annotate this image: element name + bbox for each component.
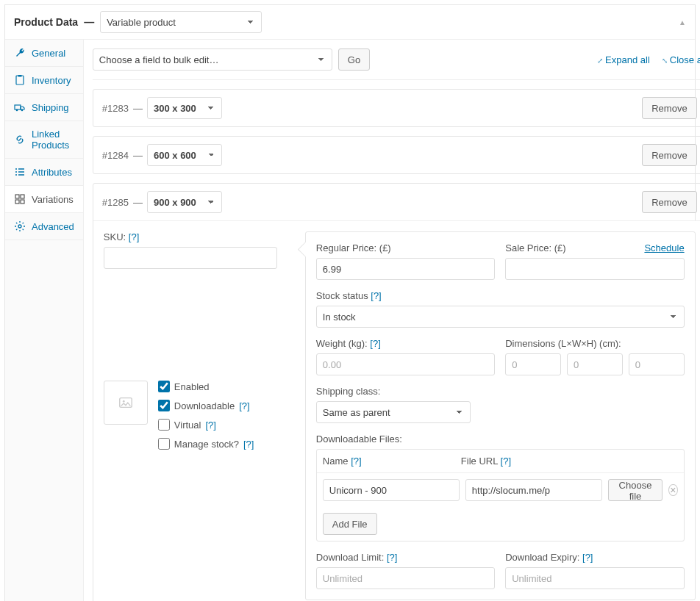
tab-shipping[interactable]: Shipping: [5, 94, 83, 121]
help-icon[interactable]: [?]: [205, 420, 215, 431]
svg-rect-1: [18, 75, 22, 77]
help-icon[interactable]: [?]: [371, 290, 381, 301]
tab-general[interactable]: General: [5, 40, 83, 67]
help-icon[interactable]: [?]: [129, 231, 139, 242]
sale-price-input[interactable]: [505, 258, 684, 280]
close-all-link[interactable]: ⤡Close all: [662, 54, 700, 65]
sale-price-label: Sale Price: (£) Schedule: [505, 242, 684, 253]
width-input[interactable]: [567, 353, 623, 375]
product-data-panel: Product Data — Variable product ▲ Genera…: [4, 4, 696, 601]
virtual-label: Virtual: [174, 420, 201, 431]
file-url-header: File URL [?]: [461, 456, 593, 467]
help-icon[interactable]: [?]: [243, 439, 254, 450]
variation-id: #1285: [102, 197, 129, 208]
length-input[interactable]: [505, 353, 561, 375]
tab-label: Attributes: [32, 167, 72, 178]
bulk-edit-select[interactable]: Choose a field to bulk edit…: [93, 48, 332, 71]
help-icon[interactable]: [?]: [582, 552, 593, 563]
manage-stock-checkbox-row[interactable]: Manage stock? [?]: [158, 438, 254, 450]
file-name-input[interactable]: [323, 479, 460, 501]
virtual-checkbox-row[interactable]: Virtual [?]: [158, 419, 254, 431]
variation-header[interactable]: #1283 — 300 x 300 Remove: [93, 90, 700, 126]
schedule-link[interactable]: Schedule: [644, 242, 684, 253]
go-button[interactable]: Go: [338, 48, 370, 71]
manage-stock-checkbox[interactable]: [158, 438, 170, 450]
downloadable-files-label: Downloadable Files:: [316, 433, 685, 445]
remove-button[interactable]: Remove: [642, 144, 696, 166]
regular-price-input[interactable]: [316, 258, 495, 280]
manage-stock-label: Manage stock?: [174, 439, 239, 450]
tab-label: Inventory: [32, 75, 71, 86]
enabled-checkbox-row[interactable]: Enabled: [158, 381, 254, 392]
height-input[interactable]: [629, 353, 685, 375]
expand-icon: ⤢: [597, 57, 603, 65]
stock-status-select[interactable]: In stock: [316, 306, 685, 328]
tab-inventory[interactable]: Inventory: [5, 67, 83, 94]
enabled-checkbox[interactable]: [158, 381, 170, 392]
downloadable-label: Downloadable: [174, 400, 235, 411]
tab-advanced[interactable]: Advanced: [5, 213, 83, 240]
variation-header[interactable]: #1284 — 600 x 600 Remove: [93, 137, 700, 173]
help-icon[interactable]: [?]: [351, 456, 361, 467]
variation-right-column: Regular Price: (£) Sale Price: (£) Sched…: [305, 231, 696, 600]
image-placeholder-icon: [118, 395, 134, 411]
expand-all-link[interactable]: ⤢Expand all: [597, 54, 650, 65]
variation-header[interactable]: #1285 — 900 x 900 Remove: [93, 184, 700, 220]
list-icon: [14, 166, 26, 178]
remove-button[interactable]: Remove: [642, 97, 696, 119]
tab-variations[interactable]: Variations: [5, 186, 83, 213]
remove-button[interactable]: Remove: [642, 191, 696, 213]
panel-title: Product Data: [14, 16, 78, 28]
variation-size-select[interactable]: 300 x 300: [147, 97, 222, 119]
stock-status-label: Stock status [?]: [316, 290, 685, 301]
download-limit-input[interactable]: [316, 567, 495, 589]
file-table-header: Name [?] File URL [?]: [317, 450, 684, 473]
wrench-icon: [14, 47, 26, 59]
help-icon[interactable]: [?]: [387, 552, 397, 563]
variation-size-select[interactable]: 900 x 900: [147, 191, 222, 213]
help-icon[interactable]: [?]: [501, 456, 511, 467]
product-type-select[interactable]: Variable product: [100, 11, 262, 33]
variation-dash: —: [133, 197, 143, 208]
file-name-header: Name [?]: [323, 456, 455, 467]
title-dash: —: [84, 16, 94, 28]
variation-id: #1283: [102, 103, 129, 114]
tab-linked-products[interactable]: Linked Products: [5, 121, 83, 159]
choose-file-button[interactable]: Choose file: [608, 479, 662, 501]
shipping-class-select[interactable]: Same as parent: [316, 401, 471, 423]
file-table-footer: Add File: [317, 507, 684, 541]
gear-icon: [14, 220, 26, 232]
help-icon[interactable]: [?]: [239, 400, 249, 411]
clipboard-icon: [14, 74, 26, 86]
sku-input[interactable]: [104, 247, 277, 269]
variation-image-upload[interactable]: [104, 381, 148, 425]
sidebar: General Inventory Shipping Linked Produc…: [5, 40, 84, 601]
help-icon[interactable]: [?]: [370, 338, 380, 349]
link-icon: [14, 134, 26, 145]
tab-attributes[interactable]: Attributes: [5, 159, 83, 186]
collapse-toggle-icon[interactable]: ▲: [679, 18, 686, 26]
variation-row-expanded: #1285 — 900 x 900 Remove SKU: [?]: [93, 183, 700, 601]
delete-file-icon[interactable]: ×: [668, 484, 677, 496]
download-expiry-label: Download Expiry: [?]: [505, 552, 684, 563]
tab-label: Variations: [32, 194, 74, 205]
regular-price-label: Regular Price: (£): [316, 242, 495, 253]
variation-left-column: SKU: [?] Enabled: [104, 231, 295, 600]
weight-input[interactable]: [316, 353, 495, 375]
variation-row: #1283 — 300 x 300 Remove: [93, 89, 700, 127]
file-url-input[interactable]: [465, 479, 602, 501]
downloadable-checkbox[interactable]: [158, 400, 170, 411]
downloadable-checkbox-row[interactable]: Downloadable [?]: [158, 400, 254, 411]
svg-rect-7: [15, 200, 19, 204]
variation-row: #1284 — 600 x 600 Remove: [93, 136, 700, 174]
add-file-button[interactable]: Add File: [323, 513, 377, 535]
collapse-icon: ⤡: [662, 57, 668, 65]
svg-point-11: [123, 400, 125, 403]
download-expiry-input[interactable]: [505, 567, 684, 589]
tab-label: Linked Products: [32, 129, 74, 151]
dimensions-label: Dimensions (L×W×H) (cm):: [505, 338, 684, 349]
variation-size-select[interactable]: 600 x 600: [147, 144, 222, 166]
svg-rect-0: [16, 76, 24, 84]
svg-point-9: [18, 225, 21, 228]
virtual-checkbox[interactable]: [158, 419, 170, 431]
